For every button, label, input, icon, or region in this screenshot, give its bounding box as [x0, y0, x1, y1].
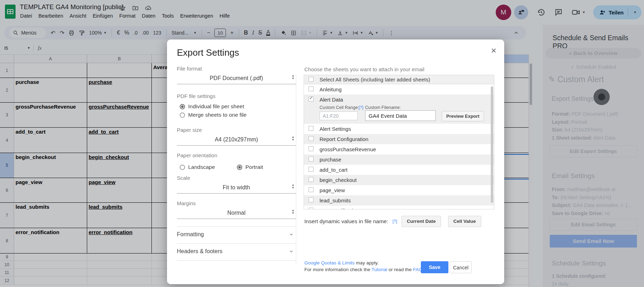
file-format-select[interactable]: PDF Document (.pdf) ▲▼: [177, 73, 296, 84]
sheet-row[interactable]: grossPurchaseRevenue: [304, 144, 494, 154]
chevron-down-icon: [289, 232, 294, 237]
margins-label: Margins: [177, 200, 196, 206]
sheets-heading: Choose the sheets you want to attach in …: [304, 66, 424, 72]
dynamic-values-label: Insert dynamic values in file name:: [304, 218, 388, 225]
checkbox[interactable]: [309, 97, 314, 102]
radio-on-icon: [180, 104, 185, 109]
individual-file-radio[interactable]: Individual file per sheet: [180, 103, 244, 110]
help-link[interactable]: [?]: [393, 219, 397, 224]
help-link[interactable]: [?]: [359, 105, 363, 110]
select-arrows-icon: ▲▼: [292, 74, 294, 80]
checkbox[interactable]: [309, 157, 314, 161]
sheet-row[interactable]: Report Configuration: [304, 134, 494, 144]
sheet-name: lead_submits: [320, 197, 351, 203]
sheet-row[interactable]: add_to_cart: [304, 165, 494, 175]
radio-off-icon: [180, 165, 185, 170]
scale-select[interactable]: Fit to width ▲▼: [177, 182, 296, 194]
formatting-section-toggle[interactable]: Formatting: [177, 231, 296, 238]
sheet-row[interactable]: lead_submits: [304, 195, 494, 206]
portrait-radio[interactable]: Portrait: [237, 164, 263, 171]
merge-sheets-radio[interactable]: Merge sheets to one file: [180, 111, 246, 118]
sheet-row[interactable]: Anleitung: [304, 84, 494, 94]
chevron-down-icon: [289, 249, 294, 254]
checkbox[interactable]: [309, 197, 314, 202]
close-icon[interactable]: ×: [491, 45, 496, 56]
sheet-row[interactable]: begin_checkout: [304, 175, 494, 185]
sheet-export-options: Custom Cell Range:[?]Custom Filename:A1:…: [304, 105, 494, 124]
checkbox[interactable]: [309, 167, 314, 172]
tutorial-link[interactable]: Tutorial: [371, 267, 387, 272]
paper-size-select[interactable]: A4 (210x297mm) ▲▼: [177, 134, 296, 146]
panel-divider: [296, 75, 296, 265]
export-settings-dialog: Export Settings × File format PDF Docume…: [167, 39, 504, 284]
landscape-radio[interactable]: Landscape: [180, 164, 215, 171]
checkbox[interactable]: [309, 187, 314, 192]
sheet-name: Alert Settings: [320, 126, 351, 132]
sheet-name: grossPurchaseRevenue: [320, 146, 376, 152]
sheet-row[interactable]: error_notification: [304, 206, 494, 209]
checkbox[interactable]: [309, 177, 314, 182]
radio-on-icon: [237, 165, 242, 170]
radio-off-icon: [180, 112, 185, 118]
sheet-name: Report Configuration: [320, 136, 368, 142]
checkbox[interactable]: [309, 208, 314, 209]
preview-export-button[interactable]: Preview Export: [442, 111, 484, 121]
sheet-row[interactable]: purchase: [304, 154, 494, 165]
headers-footers-section-toggle[interactable]: Headers & footers: [177, 248, 296, 255]
footer-links: Google Quotas & Limits may apply. For mo…: [304, 259, 426, 273]
scale-label: Scale: [177, 175, 190, 181]
custom-cell-range-input[interactable]: A1:F20: [320, 111, 358, 120]
sheet-name: purchase: [320, 157, 341, 163]
sheet-name: add_to_cart: [320, 167, 347, 173]
sheet-name: Anleitung: [320, 86, 342, 92]
current-date-button[interactable]: Current Date: [401, 216, 441, 227]
checkbox[interactable]: [309, 77, 314, 82]
sheet-list: Select All Sheets (including later added…: [304, 75, 494, 209]
sheet-name: Alert Data: [320, 97, 343, 103]
list-scrollbar-thumb[interactable]: [491, 86, 493, 203]
save-button[interactable]: Save: [421, 261, 448, 273]
cancel-button[interactable]: Cancel: [450, 261, 472, 273]
dialog-title: Export Settings: [177, 47, 239, 58]
pdf-file-settings-label: PDF file settings: [177, 93, 215, 99]
cell-value-button[interactable]: Cell Value: [448, 216, 481, 227]
checkbox[interactable]: [309, 146, 314, 151]
quotas-link[interactable]: Google Quotas & Limits: [304, 260, 355, 265]
checkbox[interactable]: [309, 86, 314, 91]
dynamic-values-row: Insert dynamic values in file name: [?] …: [304, 216, 481, 227]
margins-select[interactable]: Normal ▲▼: [177, 207, 296, 219]
file-format-label: File format: [177, 66, 202, 72]
sheet-row[interactable]: Alert Data: [304, 94, 494, 105]
sheet-row[interactable]: Alert Settings: [304, 124, 494, 134]
sheet-name: begin_checkout: [320, 177, 357, 183]
paper-size-label: Paper size: [177, 127, 202, 133]
select-all-sheets-row[interactable]: Select All Sheets (including later added…: [304, 75, 494, 84]
sheet-name: page_view: [320, 187, 345, 193]
paper-orientation-label: Paper orientation: [177, 152, 217, 158]
checkbox[interactable]: [309, 126, 314, 131]
checkbox[interactable]: [309, 136, 314, 141]
custom-filename-input[interactable]: GA4 Event Data: [365, 110, 436, 121]
sheet-name: error_notification: [320, 208, 359, 209]
sheet-row[interactable]: page_view: [304, 185, 494, 195]
